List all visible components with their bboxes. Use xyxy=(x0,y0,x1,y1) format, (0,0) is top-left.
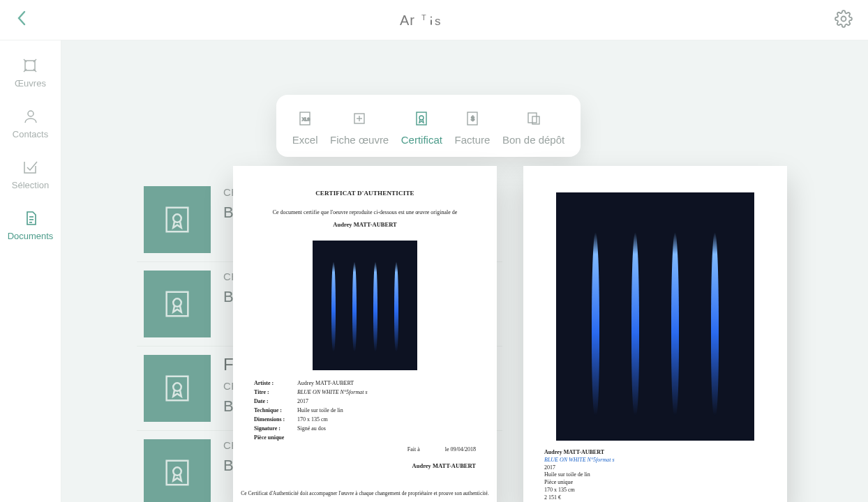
sidebar-item-label: Documents xyxy=(8,231,54,241)
tab-label: Fiche œuvre xyxy=(330,134,389,146)
svg-point-11 xyxy=(28,111,33,116)
svg-rect-6 xyxy=(25,61,35,70)
artwork-add-icon xyxy=(351,110,368,127)
sheet2-dimensions: 170 x 135 cm xyxy=(544,487,766,494)
sheet2-technique: Huile sur toile de lin xyxy=(544,471,766,479)
tab-facture[interactable]: $ Facture xyxy=(455,110,491,146)
tab-label: Bon de dépôt xyxy=(502,134,564,146)
svg-rect-30 xyxy=(417,112,426,125)
certificate-date-label: le 09/04/2018 xyxy=(445,446,476,452)
field-date: 2017 xyxy=(297,398,308,404)
field-dimensions: 170 x 135 cm xyxy=(297,416,328,423)
certificate-signatory: Audrey MATT-AUBERT xyxy=(254,462,476,469)
chevron-left-icon xyxy=(15,9,28,27)
svg-text:s: s xyxy=(435,14,442,27)
field-technique: Huile sur toile de lin xyxy=(297,407,343,413)
sheet2-title: BLUE ON WHITE N°5format s xyxy=(544,457,766,464)
doc-thumbnail xyxy=(144,186,211,253)
settings-button[interactable] xyxy=(835,10,853,31)
back-button[interactable] xyxy=(15,9,28,31)
svg-rect-3 xyxy=(431,20,432,24)
tab-label: Excel xyxy=(292,134,318,146)
certificate-fields: Artiste :Audrey MATT-AUBERT Titre :BLUE … xyxy=(254,380,476,441)
certificate-footer: Ce Certificat d'Authenticité doit accomp… xyxy=(233,490,497,496)
sheet2-piece: Pièce unique xyxy=(544,479,766,487)
invoice-icon: $ xyxy=(464,110,481,127)
sidebar-item-selection[interactable]: Sélection xyxy=(12,159,49,190)
certificate-preview[interactable]: CERTIFICAT D'AUTHENTICITE Ce document ce… xyxy=(233,166,497,502)
app-logo: Ar T s xyxy=(400,10,463,31)
excel-file-icon: XLS xyxy=(297,110,313,127)
field-titre: BLUE ON WHITE N°5format s xyxy=(297,389,368,395)
person-icon xyxy=(22,108,39,125)
document-icon xyxy=(22,210,39,227)
field-piece: Pièce unique xyxy=(254,434,284,441)
svg-text:Ar: Ar xyxy=(400,12,415,27)
logo-icon: Ar T s xyxy=(400,10,463,31)
sidebar-item-label: Contacts xyxy=(13,129,48,139)
tab-label: Facture xyxy=(455,134,491,146)
deposit-icon xyxy=(525,110,542,127)
doc-thumbnail xyxy=(144,439,211,502)
svg-point-5 xyxy=(841,16,846,21)
certificate-title: CERTIFICAT D'AUTHENTICITE xyxy=(254,190,476,197)
sheet2-price: 2 151 € xyxy=(544,494,766,502)
tab-certificat[interactable]: Certificat xyxy=(401,110,442,146)
doc-thumbnail xyxy=(144,355,211,422)
svg-rect-21 xyxy=(167,461,188,485)
tab-fiche-oeuvre[interactable]: Fiche œuvre xyxy=(330,110,389,146)
sidebar: Œuvres Contacts Sélection Documents xyxy=(0,40,61,502)
preview-container: CERTIFICAT D'AUTHENTICITE Ce document ce… xyxy=(233,166,787,502)
svg-text:XLS: XLS xyxy=(302,117,310,121)
svg-rect-17 xyxy=(167,292,188,317)
sidebar-item-label: Œuvres xyxy=(15,78,46,89)
certificate-subline: Ce document certifie que l'oeuvre reprod… xyxy=(254,209,476,215)
app-header: Ar T s xyxy=(0,0,868,40)
certificate-icon xyxy=(161,372,193,404)
gear-icon xyxy=(835,10,853,28)
artwork-image xyxy=(313,241,417,370)
svg-rect-19 xyxy=(167,376,188,401)
artwork-frame-icon xyxy=(22,57,38,74)
sheet2-year: 2017 xyxy=(544,464,766,472)
artwork-sheet-preview[interactable]: Audrey MATT-AUBERT BLUE ON WHITE N°5form… xyxy=(523,166,787,502)
sheet2-artist: Audrey MATT-AUBERT xyxy=(544,449,766,457)
artwork-sheet-meta: Audrey MATT-AUBERT BLUE ON WHITE N°5form… xyxy=(544,449,766,502)
svg-point-2 xyxy=(431,16,432,17)
tab-excel[interactable]: XLS Excel xyxy=(292,110,318,146)
tab-label: Certificat xyxy=(401,134,442,146)
certificate-artist: Audrey MATT-AUBERT xyxy=(254,221,476,228)
svg-text:T: T xyxy=(421,13,427,21)
export-type-tabs: XLS Excel Fiche œuvre Certificat $ Factu… xyxy=(276,95,581,157)
sidebar-item-documents[interactable]: Documents xyxy=(8,210,54,241)
main-area: CE BL CE BL Fe CE xyxy=(61,40,868,502)
sidebar-item-oeuvres[interactable]: Œuvres xyxy=(15,57,46,89)
certificate-place-label: Fait à xyxy=(407,446,420,452)
certificate-icon xyxy=(413,110,430,127)
sidebar-item-label: Sélection xyxy=(12,180,49,190)
certificate-icon xyxy=(161,288,193,320)
artwork-image xyxy=(556,192,754,441)
sidebar-item-contacts[interactable]: Contacts xyxy=(13,108,48,139)
certificate-icon xyxy=(161,204,193,236)
field-artiste: Audrey MATT-AUBERT xyxy=(297,380,354,386)
svg-rect-15 xyxy=(167,208,188,232)
svg-text:$: $ xyxy=(471,115,474,122)
certificate-icon xyxy=(161,457,193,489)
check-square-icon xyxy=(22,159,38,176)
doc-thumbnail xyxy=(144,271,211,337)
field-signature: Signé au dos xyxy=(297,425,326,432)
tab-bon-depot[interactable]: Bon de dépôt xyxy=(502,110,564,146)
